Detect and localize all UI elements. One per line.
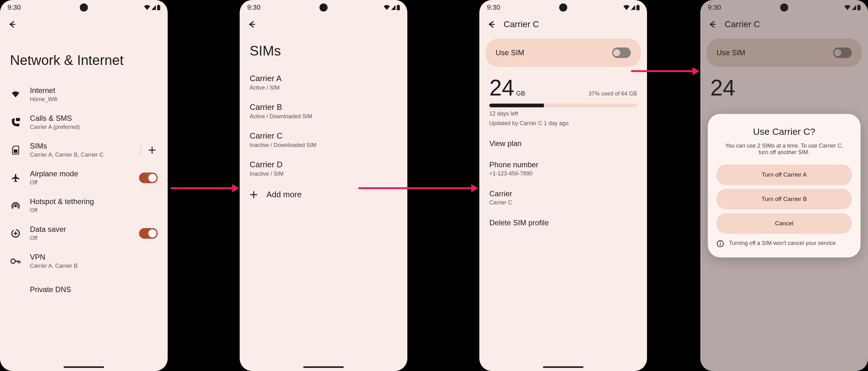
- page-title: Network & Internet: [0, 34, 168, 81]
- status-bar: 9:30: [479, 0, 647, 15]
- svg-rect-23: [858, 5, 861, 10]
- row-label: Private DNS: [30, 285, 158, 294]
- row-label: Delete SIM profile: [489, 219, 637, 227]
- page-title: Carrier C: [725, 19, 760, 29]
- plus-icon: [148, 146, 156, 154]
- signal-icon: [391, 5, 396, 10]
- dialog-text: You can use 2 SIMs at a time. To use Car…: [716, 143, 852, 156]
- datasaver-icon: [10, 229, 21, 238]
- plus-icon: [250, 191, 258, 199]
- nav-pill[interactable]: [64, 366, 104, 368]
- row-label: Data saver: [30, 225, 130, 234]
- row-internet[interactable]: Internet Home_Wifi: [0, 81, 168, 108]
- row-sims[interactable]: SIMs Carrier A, Carrier B, Carrier C: [0, 136, 168, 164]
- back-icon[interactable]: [7, 20, 16, 28]
- data-amount: 24: [489, 75, 514, 100]
- row-label: Airplane mode: [30, 169, 130, 178]
- row-label: Hotspot & tethering: [30, 197, 158, 206]
- svg-rect-21: [638, 5, 639, 6]
- back-icon: [708, 20, 716, 28]
- screen-sims: 9:30 SIMs Carrier A Active / SIM Carrier…: [240, 0, 407, 371]
- status-time: 9:30: [708, 3, 721, 11]
- wifi-icon: [10, 91, 21, 98]
- sim-icon: [10, 145, 21, 155]
- signal-icon: [631, 5, 635, 10]
- row-sub: Carrier A (preferred): [30, 124, 158, 131]
- row-sub: Carrier A, Carrier B: [30, 263, 158, 269]
- row-datasaver[interactable]: Data saver Off: [0, 219, 168, 247]
- sim-status: Active / SIM: [250, 85, 397, 91]
- back-row: Carrier C: [479, 15, 647, 34]
- add-more-label: Add more: [267, 190, 302, 199]
- row-phone-number[interactable]: Phone number +1-123-456-7890: [479, 154, 647, 183]
- days-left: 12 days left: [489, 111, 637, 117]
- sim-row-carrier-c[interactable]: Carrier C Inactive / Downloaded SIM: [240, 125, 407, 154]
- row-label: Carrier: [489, 190, 637, 198]
- status-time: 9:30: [247, 3, 260, 11]
- status-time: 9:30: [7, 3, 21, 11]
- row-vpn[interactable]: VPN Carrier A, Carrier B: [0, 247, 168, 275]
- phone-sms-icon: [10, 118, 21, 127]
- turn-off-carrier-b-button[interactable]: Turn off Carrier B: [716, 189, 852, 209]
- row-sub: Off: [30, 207, 158, 214]
- svg-rect-15: [397, 5, 400, 10]
- row-carrier[interactable]: Carrier Carrier C: [479, 183, 647, 212]
- camera-cutout: [780, 3, 788, 11]
- data-usage-block: 24GB 37% used of 64 GB 12 days left Upda…: [479, 72, 647, 133]
- wifi-icon: [384, 5, 390, 10]
- divider: [141, 144, 141, 156]
- flow-arrow-1: [171, 187, 238, 189]
- sim-status: Active / Downloaded SIM: [250, 113, 397, 120]
- status-bar: 9:30: [700, 0, 868, 15]
- add-more-button[interactable]: Add more: [240, 183, 407, 206]
- updated-text: Updated by Carrier C 1 day ago: [489, 120, 637, 127]
- add-sim-button[interactable]: [147, 144, 158, 156]
- cancel-button[interactable]: Cancel: [716, 213, 852, 234]
- row-hotspot[interactable]: Hotspot & tethering Off: [0, 192, 168, 219]
- row-view-plan[interactable]: View plan: [479, 133, 647, 154]
- svg-point-28: [720, 241, 721, 242]
- row-sub: Home_Wifi: [30, 96, 158, 103]
- sim-row-carrier-d[interactable]: Carrier D Inactive / SIM: [240, 154, 407, 183]
- sim-name: Carrier B: [250, 102, 397, 112]
- camera-cutout: [319, 3, 328, 11]
- nav-pill[interactable]: [543, 366, 584, 368]
- sim-name: Carrier C: [250, 131, 397, 141]
- airplane-toggle[interactable]: [139, 173, 158, 183]
- row-calls-sms[interactable]: Calls & SMS Carrier A (preferred): [0, 108, 168, 136]
- status-time: 9:30: [487, 3, 500, 11]
- nav-pill[interactable]: [303, 366, 344, 368]
- status-bar: 9:30: [240, 0, 407, 15]
- signal-icon: [852, 5, 856, 10]
- back-icon[interactable]: [247, 20, 255, 28]
- status-bar: 9:30: [0, 0, 168, 15]
- turn-off-carrier-a-button[interactable]: Turn off Carrier A: [716, 165, 852, 185]
- use-sim-toggle[interactable]: [612, 48, 631, 58]
- sim-row-carrier-b[interactable]: Carrier B Active / Downloaded SIM: [240, 97, 407, 125]
- row-airplane[interactable]: Airplane mode Off: [0, 164, 168, 192]
- datasaver-toggle[interactable]: [139, 228, 158, 239]
- back-icon[interactable]: [487, 20, 495, 28]
- data-progress-fill: [489, 104, 544, 107]
- flow-arrow-2: [359, 187, 477, 189]
- back-row: [0, 15, 168, 34]
- sim-row-carrier-a[interactable]: Carrier A Active / SIM: [240, 68, 407, 97]
- screen-network-internet: 9:30 Network & Internet Internet Home_Wi…: [0, 0, 168, 371]
- row-label: Phone number: [489, 161, 637, 169]
- data-used-text: 37% used of 64 GB: [588, 90, 637, 97]
- row-label: Internet: [30, 86, 158, 95]
- back-row: [240, 15, 407, 34]
- signal-icon: [152, 5, 156, 10]
- row-label: View plan: [489, 139, 637, 148]
- row-delete-sim[interactable]: Delete SIM profile: [479, 212, 647, 233]
- row-private-dns[interactable]: Private DNS: [0, 275, 168, 298]
- vpn-key-icon: [10, 258, 21, 264]
- svg-point-7: [14, 205, 17, 207]
- info-icon: [716, 240, 724, 248]
- row-label: Calls & SMS: [30, 114, 158, 123]
- svg-rect-1: [158, 5, 159, 6]
- data-unit: GB: [516, 90, 525, 97]
- wifi-icon: [623, 5, 629, 10]
- row-sub: +1-123-456-7890: [489, 170, 637, 177]
- dialog-title: Use Carrier C?: [716, 126, 852, 137]
